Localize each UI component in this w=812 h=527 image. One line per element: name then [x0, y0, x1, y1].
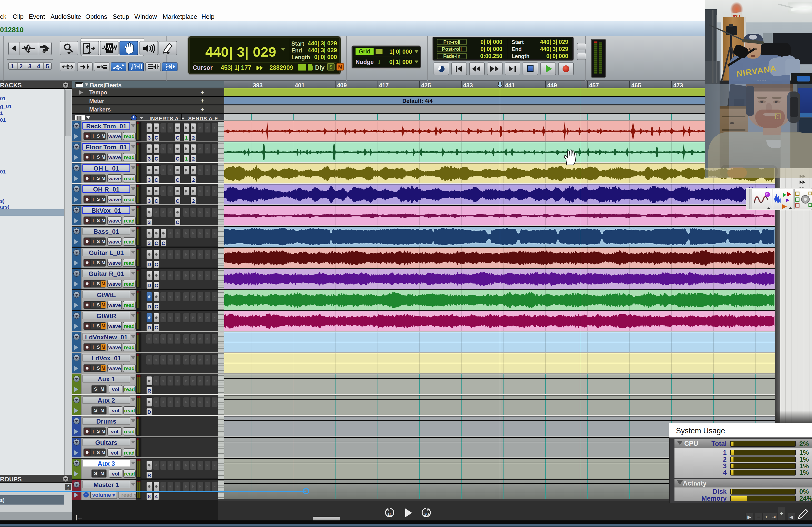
svg-text:10: 10 — [387, 512, 392, 517]
svg-text:30: 30 — [424, 512, 429, 517]
